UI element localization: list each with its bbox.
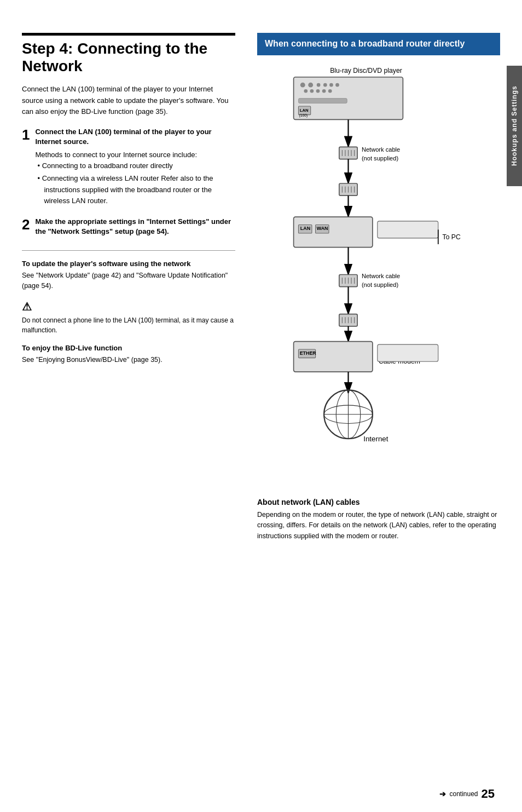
internet-label: Internet <box>363 434 388 442</box>
player-btn-8 <box>310 89 314 93</box>
update-heading: To update the player's software using th… <box>22 260 235 268</box>
warning-block: ⚠ Do not connect a phone line to the LAN… <box>22 300 235 335</box>
main-content: Step 4: Connecting to the Network Connec… <box>0 16 522 796</box>
about-section: About network (LAN) cables Depending on … <box>257 498 500 542</box>
player-btn-5 <box>329 83 333 87</box>
page-footer: ➔ continued 25 <box>439 787 495 801</box>
right-column: When connecting to a broadband router di… <box>252 33 500 779</box>
bullet-2: Connecting via a wireless LAN router Ref… <box>37 173 235 206</box>
footer-arrow: ➔ <box>439 790 446 798</box>
cable-label-1b: (not supplied) <box>362 155 398 162</box>
router-wan-label: WAN <box>317 226 328 231</box>
side-tab-label: Hookups and Settings <box>511 86 518 166</box>
lan-label-player: LAN <box>300 108 309 113</box>
to-pc-label: To PC <box>443 233 461 241</box>
router-device <box>378 221 438 238</box>
about-heading: About network (LAN) cables <box>257 498 500 506</box>
about-text: Depending on the modem or router, the ty… <box>257 510 500 542</box>
page-title: Step 4: Connecting to the Network <box>22 33 235 75</box>
step-2: 2 Make the appropriate settings in "Inte… <box>22 217 235 239</box>
disc-slot <box>298 98 347 103</box>
cable-label-2: Network cable <box>362 273 400 279</box>
step-2-content: Make the appropriate settings in "Intern… <box>35 217 235 239</box>
lan-100-label: (100) <box>299 113 308 118</box>
router-lan-label: LAN <box>300 226 310 231</box>
page-number: 25 <box>482 787 495 801</box>
player-btn-9 <box>316 89 320 93</box>
side-tab: Hookups and Settings <box>507 66 522 186</box>
bullet-1: Connecting to a broadband router directl… <box>37 160 235 171</box>
modem-device <box>378 344 438 361</box>
bdlive-heading: To enjoy the BD-Live function <box>22 344 235 352</box>
step-1-body-text: Methods to connect to your Internet sour… <box>35 151 197 159</box>
bdlive-text: See "Enjoying BonusView/BD-Live" (page 3… <box>22 355 235 365</box>
player-btn-10 <box>322 89 326 93</box>
intro-text: Connect the LAN (100) terminal of the pl… <box>22 84 235 117</box>
cable-label-1: Network cable <box>362 146 400 153</box>
player-btn-3 <box>317 83 321 87</box>
player-btn-1 <box>300 83 305 88</box>
divider <box>22 250 235 251</box>
player-btn-7 <box>304 89 308 93</box>
step-2-number: 2 <box>22 217 30 232</box>
page-container: Hookups and Settings Step 4: Connecting … <box>0 0 522 812</box>
step-1-content: Connect the LAN (100) terminal of the pl… <box>35 127 235 208</box>
cable-label-2b: (not supplied) <box>362 281 398 287</box>
step-1: 1 Connect the LAN (100) terminal of the … <box>22 127 235 208</box>
ether-label: ETHER <box>300 350 317 356</box>
warning-icon: ⚠ <box>22 300 235 313</box>
left-column: Step 4: Connecting to the Network Connec… <box>22 33 252 779</box>
warning-text: Do not connect a phone line to the LAN (… <box>22 315 235 335</box>
step-2-title: Make the appropriate settings in "Intern… <box>35 217 235 237</box>
step-1-number: 1 <box>22 128 30 142</box>
continued-text: continued <box>449 790 478 798</box>
player-btn-4 <box>323 83 327 87</box>
step-1-bullets: Connecting to a broadband router directl… <box>35 160 235 206</box>
player-btn-11 <box>328 89 332 93</box>
diagram-svg: Blu-ray Disc/DVD player <box>257 62 500 487</box>
right-panel-title: When connecting to a broadband router di… <box>257 33 500 55</box>
step-1-body: Methods to connect to your Internet sour… <box>35 149 235 206</box>
update-text: See "Network Update" (page 42) and "Soft… <box>22 270 235 291</box>
player-btn-2 <box>308 83 313 88</box>
player-btn-6 <box>335 83 339 87</box>
network-diagram: Blu-ray Disc/DVD player <box>257 62 500 489</box>
step-1-title: Connect the LAN (100) terminal of the pl… <box>35 127 235 147</box>
bluray-label: Blu-ray Disc/DVD player <box>330 67 402 74</box>
